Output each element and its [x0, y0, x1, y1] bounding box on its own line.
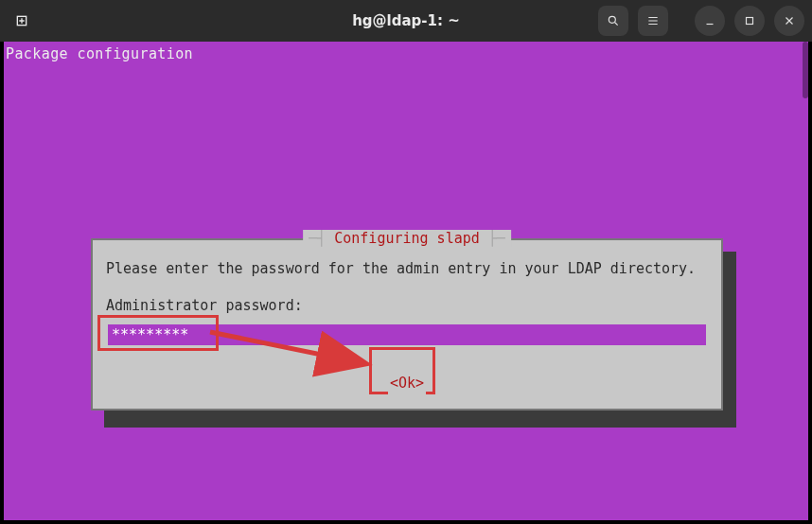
close-button[interactable]	[774, 6, 804, 36]
title-bar: hg@ldap-1: ~	[0, 0, 812, 42]
close-icon	[783, 14, 796, 27]
hamburger-icon	[646, 14, 660, 27]
minimize-button[interactable]	[695, 6, 725, 36]
new-tab-button[interactable]	[8, 7, 36, 35]
title-bar-left	[8, 7, 36, 35]
terminal[interactable]: Package configuration ─┤ Configuring sla…	[4, 42, 808, 520]
package-config-header: Package configuration	[6, 45, 193, 62]
svg-rect-2	[747, 18, 753, 25]
search-icon	[607, 14, 620, 27]
title-bar-right	[598, 6, 804, 36]
scrollbar-thumb[interactable]	[803, 42, 808, 98]
ok-button[interactable]: <Ok>	[388, 370, 426, 397]
maximize-icon	[743, 14, 756, 27]
search-button[interactable]	[598, 6, 628, 36]
terminal-scrollbar[interactable]	[803, 42, 808, 520]
new-tab-icon	[14, 13, 29, 28]
password-field-label: Administrator password:	[106, 292, 708, 320]
dialog-title-text: Configuring slapd	[334, 230, 480, 247]
maximize-button[interactable]	[734, 6, 765, 36]
password-mask-text: *********	[112, 322, 188, 349]
dialog-title: ─┤ Configuring slapd ├─	[303, 230, 511, 247]
debconf-dialog: ─┤ Configuring slapd ├─ Please enter the…	[91, 238, 723, 410]
menu-button[interactable]	[638, 6, 668, 36]
svg-point-1	[609, 16, 615, 23]
minimize-icon	[703, 14, 716, 27]
dialog-prompt-line: Please enter the password for the admin …	[106, 255, 708, 283]
password-input[interactable]: *********	[108, 324, 706, 345]
